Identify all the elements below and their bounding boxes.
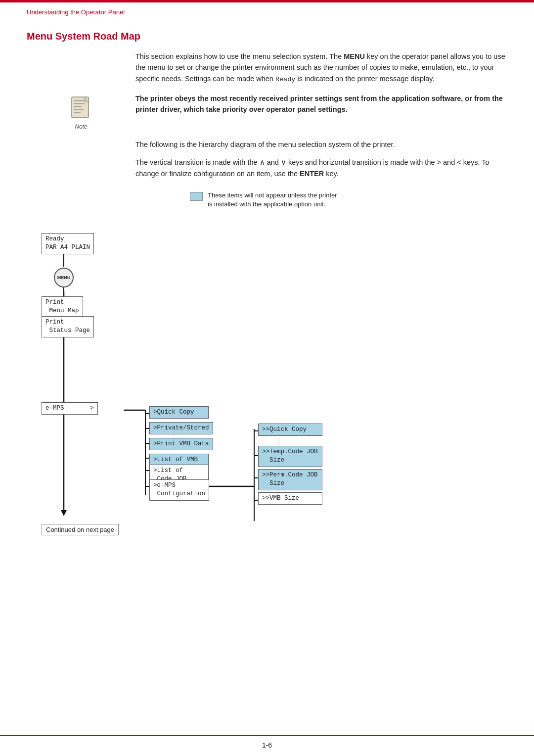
quick-copy-2-box: >>Quick Copy [258, 424, 322, 436]
emps-box: e-MPS > [42, 402, 98, 415]
svg-rect-5 [74, 112, 81, 113]
perm-code-job-size-box: >>Perm.Code JOB Size [258, 469, 322, 490]
menu-keyword: MENU [344, 52, 365, 60]
svg-rect-1 [74, 100, 85, 101]
page-container: Understanding the Operator Panel Menu Sy… [0, 0, 534, 756]
footer-red-line [0, 735, 534, 736]
body-para-spacer-2 [27, 139, 135, 150]
header-section: Understanding the Operator Panel [0, 2, 534, 16]
note-icon [68, 95, 94, 122]
quick-copy-box: >Quick Copy [149, 406, 209, 419]
note-label: Note [75, 123, 87, 130]
body-para-3: The vertical transition is made with the… [27, 157, 507, 179]
intro-spacer [27, 51, 135, 85]
svg-rect-4 [74, 109, 84, 110]
note-icon-area: Note [27, 93, 135, 130]
breadcrumb: Understanding the Operator Panel [27, 8, 125, 16]
body-para-text-3: The vertical transition is made with the… [135, 157, 507, 179]
print-menu-map-box: Print Menu Map [42, 296, 83, 318]
intro-layout: This section explains how to use the men… [27, 51, 507, 85]
emps-config-box: >e-MPS Configuration [149, 479, 209, 501]
legend-color-box [190, 192, 203, 201]
body-para-spacer-3 [27, 157, 135, 179]
menu-circle: MENU [54, 268, 74, 287]
body-para-2: The following is the hierarchy diagram o… [27, 139, 507, 150]
body-para-text-2: The following is the hierarchy diagram o… [135, 139, 507, 150]
private-stored-box: >Private/Stored [149, 422, 213, 435]
note-layout: Note The printer obeys the most recently… [27, 93, 507, 130]
svg-rect-3 [74, 106, 82, 107]
continued-box: Continued on next page [42, 524, 119, 535]
svg-marker-9 [61, 510, 67, 516]
legend-area: These items will not appear unless the p… [190, 191, 507, 209]
vmb-size-box: >>VMB Size [258, 492, 322, 505]
diagram-wrapper: Ready PAR A4 PLAIN MENU Print Menu Map P… [27, 218, 511, 550]
legend-text: These items will not appear unless the p… [208, 191, 337, 209]
svg-rect-2 [74, 103, 85, 104]
print-status-page-box: Print Status Page [42, 316, 94, 337]
temp-code-job-size-box: >>Temp.Code JOB Size [258, 446, 322, 467]
note-bold-text: The printer obeys the most recently rece… [135, 94, 503, 113]
ready-code: Ready [275, 76, 296, 83]
menu-circle-label: MENU [57, 275, 71, 280]
main-content: Menu System Road Map This section explai… [0, 31, 534, 560]
diagram-section: These items will not appear unless the p… [27, 191, 507, 559]
ready-box: Ready PAR A4 PLAIN [42, 233, 94, 254]
footer-page-number: 1-6 [262, 741, 272, 749]
section-title: Menu System Road Map [27, 31, 507, 42]
enter-keyword: ENTER [300, 170, 324, 178]
print-vmb-data-box: >Print VMB Data [149, 438, 213, 451]
intro-text: This section explains how to use the men… [135, 51, 507, 85]
note-text: The printer obeys the most recently rece… [135, 93, 507, 115]
